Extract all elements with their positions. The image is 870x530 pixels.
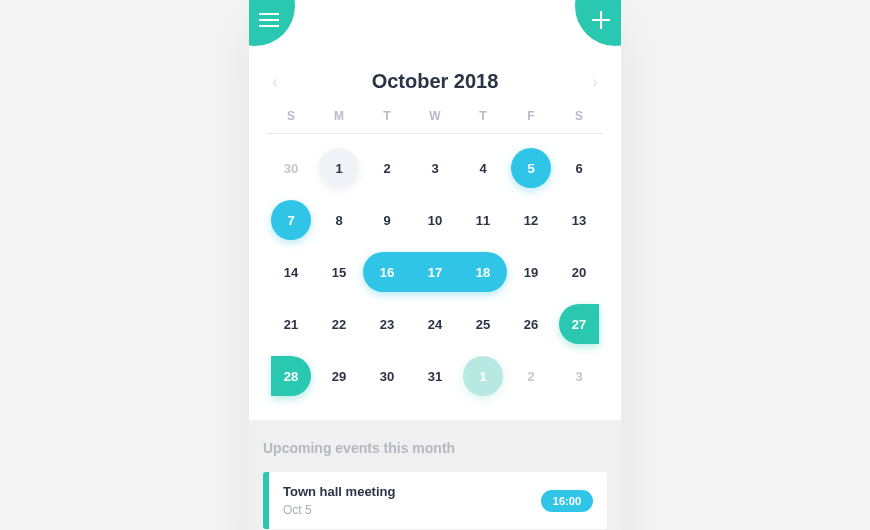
date-day[interactable]: 11 xyxy=(463,200,503,240)
date-cell: 7 xyxy=(267,200,315,240)
date-cell: 28 xyxy=(267,356,315,396)
date-cell: 8 xyxy=(315,200,363,240)
dow-label: S xyxy=(267,109,315,123)
dow-label: T xyxy=(459,109,507,123)
date-cell: 3 xyxy=(411,148,459,188)
date-cell: 27 xyxy=(555,304,603,344)
date-day[interactable]: 29 xyxy=(319,356,359,396)
date-day[interactable]: 24 xyxy=(415,304,455,344)
day-of-week-row: S M T W T F S xyxy=(267,109,603,134)
dow-label: S xyxy=(555,109,603,123)
dow-label: F xyxy=(507,109,555,123)
date-day[interactable]: 12 xyxy=(511,200,551,240)
date-cell: 6 xyxy=(555,148,603,188)
date-cell: 14 xyxy=(267,252,315,292)
date-cell: 25 xyxy=(459,304,507,344)
date-day[interactable]: 13 xyxy=(559,200,599,240)
chevron-right-icon: › xyxy=(592,73,597,90)
date-cell: 11 xyxy=(459,200,507,240)
month-header: ‹ October 2018 › xyxy=(267,0,603,109)
date-cell: 23 xyxy=(363,304,411,344)
calendar-area: ‹ October 2018 › S M T W T F S 301234567… xyxy=(249,0,621,420)
date-day[interactable]: 20 xyxy=(559,252,599,292)
event-card[interactable]: Town hall meeting Oct 5 16:00 xyxy=(263,472,607,529)
date-day[interactable]: 10 xyxy=(415,200,455,240)
date-day[interactable]: 4 xyxy=(463,148,503,188)
prev-month-button[interactable]: ‹ xyxy=(267,73,283,91)
date-cell: 31 xyxy=(411,356,459,396)
date-day[interactable]: 3 xyxy=(415,148,455,188)
event-date: Oct 5 xyxy=(283,503,395,517)
date-cell: 24 xyxy=(411,304,459,344)
plus-icon xyxy=(592,11,610,29)
date-cell: 2 xyxy=(507,356,555,396)
date-day[interactable]: 31 xyxy=(415,356,455,396)
date-cell: 5 xyxy=(507,148,555,188)
date-cell: 30 xyxy=(267,148,315,188)
date-day[interactable]: 21 xyxy=(271,304,311,344)
date-cell: 4 xyxy=(459,148,507,188)
date-day[interactable]: 26 xyxy=(511,304,551,344)
date-cell: 1 xyxy=(315,148,363,188)
date-cell: 21 xyxy=(267,304,315,344)
svg-rect-0 xyxy=(259,13,279,15)
events-area: Upcoming events this month Town hall mee… xyxy=(249,420,621,530)
date-range[interactable]: 161718 xyxy=(363,252,507,292)
date-day[interactable]: 25 xyxy=(463,304,503,344)
event-time-badge: 16:00 xyxy=(541,490,593,512)
svg-rect-2 xyxy=(259,25,279,27)
date-cell: 29 xyxy=(315,356,363,396)
date-cell: 30 xyxy=(363,356,411,396)
events-heading: Upcoming events this month xyxy=(263,440,607,456)
calendar-card: ‹ October 2018 › S M T W T F S 301234567… xyxy=(249,0,621,530)
date-cell: 13 xyxy=(555,200,603,240)
date-cell: 2 xyxy=(363,148,411,188)
date-day[interactable]: 6 xyxy=(559,148,599,188)
date-cell: 20 xyxy=(555,252,603,292)
date-cell: 3 xyxy=(555,356,603,396)
date-day[interactable]: 5 xyxy=(511,148,551,188)
dow-label: M xyxy=(315,109,363,123)
date-day[interactable]: 9 xyxy=(367,200,407,240)
date-day[interactable]: 16 xyxy=(380,265,394,280)
svg-rect-1 xyxy=(259,19,279,21)
dow-label: T xyxy=(363,109,411,123)
date-cell: 1 xyxy=(459,356,507,396)
next-month-button[interactable]: › xyxy=(587,73,603,91)
month-title: October 2018 xyxy=(372,70,499,93)
hamburger-icon xyxy=(259,13,279,27)
date-day[interactable]: 1 xyxy=(319,148,359,188)
date-day[interactable]: 22 xyxy=(319,304,359,344)
date-day[interactable]: 30 xyxy=(271,148,311,188)
date-day[interactable]: 28 xyxy=(271,356,311,396)
event-title: Town hall meeting xyxy=(283,484,395,499)
date-day[interactable]: 18 xyxy=(476,265,490,280)
date-cell: 10 xyxy=(411,200,459,240)
svg-rect-4 xyxy=(592,19,610,21)
dates-grid: 3012345678910111213141516171819202122232… xyxy=(267,134,603,396)
date-day[interactable]: 19 xyxy=(511,252,551,292)
date-day[interactable]: 7 xyxy=(271,200,311,240)
date-cell: 12 xyxy=(507,200,555,240)
date-day[interactable]: 2 xyxy=(511,356,551,396)
date-day[interactable]: 8 xyxy=(319,200,359,240)
date-day[interactable]: 30 xyxy=(367,356,407,396)
date-cell: 26 xyxy=(507,304,555,344)
dow-label: W xyxy=(411,109,459,123)
date-day[interactable]: 17 xyxy=(428,265,442,280)
date-cell: 22 xyxy=(315,304,363,344)
date-day[interactable]: 1 xyxy=(463,356,503,396)
date-day[interactable]: 23 xyxy=(367,304,407,344)
date-cell: 15 xyxy=(315,252,363,292)
date-day[interactable]: 27 xyxy=(559,304,599,344)
date-cell: 19 xyxy=(507,252,555,292)
date-cell: 9 xyxy=(363,200,411,240)
event-info: Town hall meeting Oct 5 xyxy=(283,484,395,517)
date-day[interactable]: 14 xyxy=(271,252,311,292)
date-day[interactable]: 2 xyxy=(367,148,407,188)
chevron-left-icon: ‹ xyxy=(272,73,277,90)
date-day[interactable]: 3 xyxy=(559,356,599,396)
date-day[interactable]: 15 xyxy=(319,252,359,292)
